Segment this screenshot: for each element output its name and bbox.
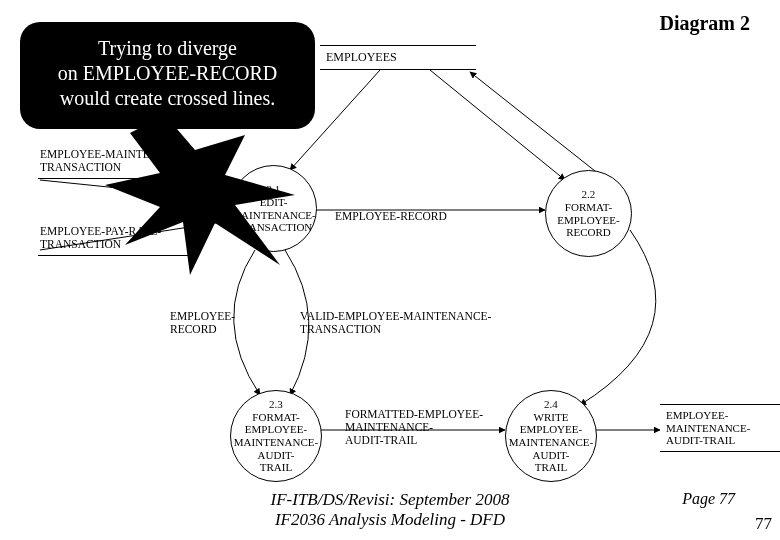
callout-burst-icon bbox=[105, 115, 305, 275]
page-number: Page 77 bbox=[682, 490, 735, 508]
footer-line2: IF2036 Analysis Modeling - DFD bbox=[0, 510, 780, 530]
callout-line3: would create crossed lines. bbox=[30, 86, 305, 111]
flow-formatted-audit-trail: FORMATTED-EMPLOYEE- MAINTENANCE- AUDIT-T… bbox=[345, 408, 483, 448]
datastore-employees: EMPLOYEES bbox=[320, 45, 476, 70]
svg-line-1 bbox=[430, 70, 565, 180]
datastore-audit-trail: EMPLOYEE- MAINTENANCE- AUDIT-TRAIL bbox=[660, 404, 780, 452]
flow-valid-emp-maint-transaction: VALID-EMPLOYEE-MAINTENANCE- TRANSACTION bbox=[300, 310, 491, 336]
process-2-2: 2.2 FORMAT- EMPLOYEE- RECORD bbox=[545, 170, 632, 257]
svg-line-5 bbox=[470, 72, 600, 175]
process-2-3: 2.3 FORMAT- EMPLOYEE- MAINTENANCE- AUDIT… bbox=[230, 390, 322, 482]
slide-number: 77 bbox=[755, 514, 772, 534]
process-2-4: 2.4 WRITE EMPLOYEE- MAINTENANCE- AUDIT- … bbox=[505, 390, 597, 482]
footer-line1: IF-ITB/DS/Revisi: September 2008 bbox=[0, 490, 780, 510]
svg-marker-8 bbox=[105, 115, 295, 275]
callout-line2: on EMPLOYEE-RECORD bbox=[30, 61, 305, 86]
callout-line1: Trying to diverge bbox=[30, 36, 305, 61]
callout-bubble: Trying to diverge on EMPLOYEE-RECORD wou… bbox=[20, 22, 315, 129]
diagram-title: Diagram 2 bbox=[659, 12, 750, 35]
flow-employee-record-left: EMPLOYEE- RECORD bbox=[170, 310, 235, 336]
flow-employee-record: EMPLOYEE-RECORD bbox=[335, 210, 447, 223]
